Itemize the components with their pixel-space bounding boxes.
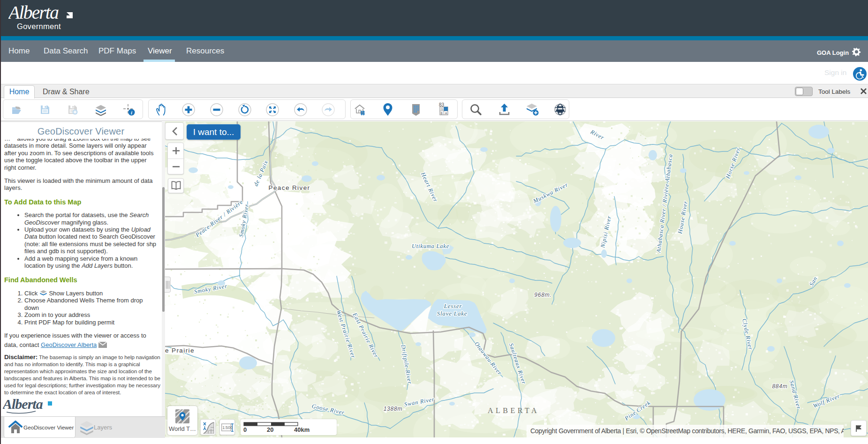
svg-text:Alberta: Alberta: [3, 396, 43, 412]
svg-text:Peace River: Peace River: [269, 184, 310, 191]
svg-text:Utikuma Lake: Utikuma Lake: [412, 243, 449, 249]
svg-text:G: G: [441, 107, 443, 111]
svg-text:40km: 40km: [294, 426, 309, 433]
svg-text:Slave Lake: Slave Lake: [437, 310, 468, 317]
svg-text:ALBERTA: ALBERTA: [488, 406, 539, 414]
svg-text:1:500: 1:500: [222, 425, 233, 430]
svg-text:1388m: 1388m: [384, 406, 403, 412]
svg-text:884m: 884m: [772, 383, 787, 390]
svg-text:968m.: 968m.: [534, 292, 551, 298]
svg-text:A: A: [445, 112, 447, 115]
svg-text:0: 0: [243, 426, 247, 433]
svg-text:Alberta: Alberta: [8, 3, 59, 23]
svg-text:Lesser: Lesser: [444, 302, 462, 309]
svg-text:e Prairie: e Prairie: [165, 347, 195, 354]
svg-text:20: 20: [267, 426, 273, 433]
svg-text:B: B: [441, 112, 443, 115]
